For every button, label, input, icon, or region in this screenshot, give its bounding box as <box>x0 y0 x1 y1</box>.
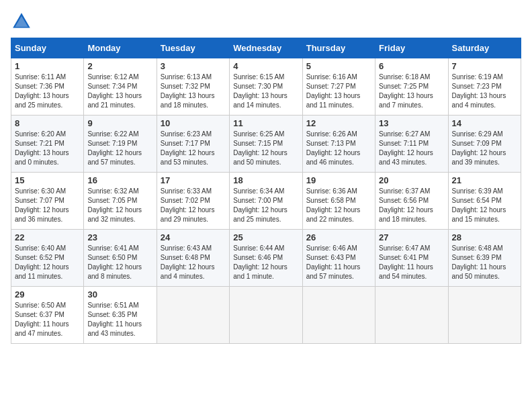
calendar-cell: 16Sunrise: 6:32 AM Sunset: 7:05 PM Dayli… <box>84 173 157 230</box>
cell-content: Sunrise: 6:30 AM Sunset: 7:07 PM Dayligh… <box>15 187 80 224</box>
day-number: 12 <box>306 118 371 128</box>
calendar-cell: 5Sunrise: 6:16 AM Sunset: 7:27 PM Daylig… <box>302 58 375 116</box>
day-number: 22 <box>15 232 80 242</box>
day-number: 28 <box>452 232 517 242</box>
calendar-cell: 29Sunrise: 6:50 AM Sunset: 6:37 PM Dayli… <box>11 287 84 344</box>
calendar-cell: 26Sunrise: 6:46 AM Sunset: 6:43 PM Dayli… <box>302 230 375 287</box>
day-number: 25 <box>233 232 298 242</box>
calendar-cell: 12Sunrise: 6:26 AM Sunset: 7:13 PM Dayli… <box>302 116 375 173</box>
cell-content: Sunrise: 6:37 AM Sunset: 6:56 PM Dayligh… <box>379 187 444 224</box>
cell-content: Sunrise: 6:47 AM Sunset: 6:41 PM Dayligh… <box>379 244 444 281</box>
cell-content: Sunrise: 6:23 AM Sunset: 7:17 PM Dayligh… <box>161 130 226 167</box>
cell-content: Sunrise: 6:48 AM Sunset: 6:39 PM Dayligh… <box>452 244 517 281</box>
cell-content: Sunrise: 6:44 AM Sunset: 6:46 PM Dayligh… <box>233 244 298 281</box>
day-number: 20 <box>379 175 444 185</box>
day-number: 27 <box>379 232 444 242</box>
day-number: 9 <box>87 118 152 128</box>
cell-content: Sunrise: 6:13 AM Sunset: 7:32 PM Dayligh… <box>161 73 226 110</box>
calendar-cell <box>157 287 229 344</box>
calendar-table: SundayMondayTuesdayWednesdayThursdayFrid… <box>11 38 521 344</box>
logo <box>11 11 35 32</box>
calendar-body: 1Sunrise: 6:11 AM Sunset: 7:36 PM Daylig… <box>11 58 521 344</box>
day-number: 2 <box>87 61 152 71</box>
cell-content: Sunrise: 6:22 AM Sunset: 7:19 PM Dayligh… <box>87 130 152 167</box>
calendar-week-row: 22Sunrise: 6:40 AM Sunset: 6:52 PM Dayli… <box>11 230 521 287</box>
calendar-cell: 19Sunrise: 6:36 AM Sunset: 6:58 PM Dayli… <box>302 173 375 230</box>
calendar-cell: 27Sunrise: 6:47 AM Sunset: 6:41 PM Dayli… <box>375 230 448 287</box>
calendar-cell: 21Sunrise: 6:39 AM Sunset: 6:54 PM Dayli… <box>448 173 521 230</box>
day-number: 7 <box>452 61 517 71</box>
day-number: 13 <box>379 118 444 128</box>
cell-content: Sunrise: 6:34 AM Sunset: 7:00 PM Dayligh… <box>233 187 298 224</box>
day-number: 1 <box>15 61 80 71</box>
cell-content: Sunrise: 6:36 AM Sunset: 6:58 PM Dayligh… <box>306 187 371 224</box>
cell-content: Sunrise: 6:33 AM Sunset: 7:02 PM Dayligh… <box>161 187 226 224</box>
cell-content: Sunrise: 6:27 AM Sunset: 7:11 PM Dayligh… <box>379 130 444 167</box>
calendar-cell: 18Sunrise: 6:34 AM Sunset: 7:00 PM Dayli… <box>230 173 302 230</box>
cell-content: Sunrise: 6:11 AM Sunset: 7:36 PM Dayligh… <box>15 73 80 110</box>
day-number: 19 <box>306 175 371 185</box>
calendar-cell: 8Sunrise: 6:20 AM Sunset: 7:21 PM Daylig… <box>11 116 84 173</box>
day-number: 17 <box>161 175 226 185</box>
cell-content: Sunrise: 6:40 AM Sunset: 6:52 PM Dayligh… <box>15 244 80 281</box>
day-number: 10 <box>161 118 226 128</box>
calendar-cell: 30Sunrise: 6:51 AM Sunset: 6:35 PM Dayli… <box>84 287 157 344</box>
calendar-cell: 6Sunrise: 6:18 AM Sunset: 7:25 PM Daylig… <box>375 58 448 116</box>
weekday-header: Saturday <box>448 38 521 58</box>
calendar-cell: 11Sunrise: 6:25 AM Sunset: 7:15 PM Dayli… <box>230 116 302 173</box>
calendar-cell: 10Sunrise: 6:23 AM Sunset: 7:17 PM Dayli… <box>157 116 229 173</box>
calendar-cell: 24Sunrise: 6:43 AM Sunset: 6:48 PM Dayli… <box>157 230 229 287</box>
day-number: 3 <box>161 61 226 71</box>
day-number: 4 <box>233 61 298 71</box>
cell-content: Sunrise: 6:43 AM Sunset: 6:48 PM Dayligh… <box>161 244 226 281</box>
calendar-cell: 9Sunrise: 6:22 AM Sunset: 7:19 PM Daylig… <box>84 116 157 173</box>
calendar-cell: 28Sunrise: 6:48 AM Sunset: 6:39 PM Dayli… <box>448 230 521 287</box>
day-number: 8 <box>15 118 80 128</box>
cell-content: Sunrise: 6:29 AM Sunset: 7:09 PM Dayligh… <box>452 130 517 167</box>
day-number: 23 <box>87 232 152 242</box>
calendar-cell: 15Sunrise: 6:30 AM Sunset: 7:07 PM Dayli… <box>11 173 84 230</box>
cell-content: Sunrise: 6:12 AM Sunset: 7:34 PM Dayligh… <box>87 73 152 110</box>
cell-content: Sunrise: 6:15 AM Sunset: 7:30 PM Dayligh… <box>233 73 298 110</box>
calendar-cell: 3Sunrise: 6:13 AM Sunset: 7:32 PM Daylig… <box>157 58 229 116</box>
day-number: 11 <box>233 118 298 128</box>
weekday-header: Sunday <box>11 38 84 58</box>
weekday-header: Monday <box>84 38 157 58</box>
cell-content: Sunrise: 6:46 AM Sunset: 6:43 PM Dayligh… <box>306 244 371 281</box>
cell-content: Sunrise: 6:41 AM Sunset: 6:50 PM Dayligh… <box>87 244 152 281</box>
cell-content: Sunrise: 6:25 AM Sunset: 7:15 PM Dayligh… <box>233 130 298 167</box>
day-number: 29 <box>15 289 80 300</box>
cell-content: Sunrise: 6:39 AM Sunset: 6:54 PM Dayligh… <box>452 187 517 224</box>
calendar-cell: 4Sunrise: 6:15 AM Sunset: 7:30 PM Daylig… <box>230 58 302 116</box>
day-number: 14 <box>452 118 517 128</box>
day-number: 30 <box>87 289 152 300</box>
cell-content: Sunrise: 6:20 AM Sunset: 7:21 PM Dayligh… <box>15 130 80 167</box>
calendar-header-row: SundayMondayTuesdayWednesdayThursdayFrid… <box>11 38 521 58</box>
day-number: 15 <box>15 175 80 185</box>
calendar-week-row: 1Sunrise: 6:11 AM Sunset: 7:36 PM Daylig… <box>11 58 521 116</box>
day-number: 26 <box>306 232 371 242</box>
calendar-cell <box>230 287 302 344</box>
calendar-cell: 14Sunrise: 6:29 AM Sunset: 7:09 PM Dayli… <box>448 116 521 173</box>
logo-icon <box>11 11 32 32</box>
calendar-week-row: 29Sunrise: 6:50 AM Sunset: 6:37 PM Dayli… <box>11 287 521 344</box>
cell-content: Sunrise: 6:50 AM Sunset: 6:37 PM Dayligh… <box>15 301 80 338</box>
day-number: 16 <box>87 175 152 185</box>
calendar-cell <box>302 287 375 344</box>
calendar-cell <box>375 287 448 344</box>
weekday-header: Thursday <box>302 38 375 58</box>
calendar-cell: 25Sunrise: 6:44 AM Sunset: 6:46 PM Dayli… <box>230 230 302 287</box>
calendar-cell <box>448 287 521 344</box>
day-number: 5 <box>306 61 371 71</box>
calendar-cell: 23Sunrise: 6:41 AM Sunset: 6:50 PM Dayli… <box>84 230 157 287</box>
calendar-cell: 20Sunrise: 6:37 AM Sunset: 6:56 PM Dayli… <box>375 173 448 230</box>
page-header <box>11 11 521 32</box>
cell-content: Sunrise: 6:26 AM Sunset: 7:13 PM Dayligh… <box>306 130 371 167</box>
calendar-cell: 13Sunrise: 6:27 AM Sunset: 7:11 PM Dayli… <box>375 116 448 173</box>
day-number: 6 <box>379 61 444 71</box>
weekday-header: Wednesday <box>230 38 302 58</box>
calendar-week-row: 8Sunrise: 6:20 AM Sunset: 7:21 PM Daylig… <box>11 116 521 173</box>
calendar-cell: 7Sunrise: 6:19 AM Sunset: 7:23 PM Daylig… <box>448 58 521 116</box>
weekday-header: Friday <box>375 38 448 58</box>
calendar-week-row: 15Sunrise: 6:30 AM Sunset: 7:07 PM Dayli… <box>11 173 521 230</box>
